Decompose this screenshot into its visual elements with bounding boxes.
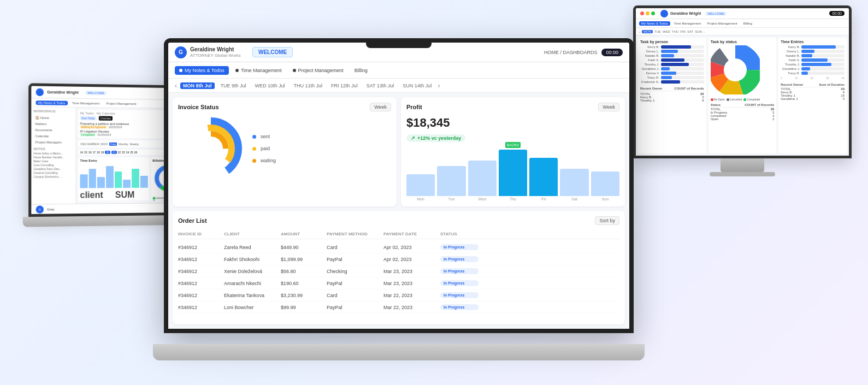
mon-status-table-header: Status COUNT of Records <box>711 103 775 108</box>
mon-nav-project[interactable]: Project Management <box>705 21 739 26</box>
mon-person-track <box>661 50 704 53</box>
sl-sidebar-home[interactable]: 🏠 Home <box>33 115 73 121</box>
sl-th-client: client <box>80 190 113 200</box>
mon-timer: 00:00 <box>829 11 845 16</box>
nav-billing[interactable]: Billing <box>350 66 372 75</box>
mon-person-bars: Kerry B. Donny L. Natalie <box>640 45 704 84</box>
nav-time[interactable]: Time Management <box>231 66 286 75</box>
mon-to-val: 5 <box>843 97 845 100</box>
order-table-body: #346912 Zarela Reed $449.90 Card Apr 02,… <box>178 241 619 313</box>
mon-cal-mon[interactable]: MON <box>642 30 653 33</box>
main-laptop: G Geraldine Wright ATTORNEY Global Works… <box>153 38 645 360</box>
mon-welcome-tab: WELCOME <box>705 11 727 16</box>
mon-nav-notes[interactable]: My Notes & Todos <box>639 21 670 26</box>
sl-completed-badge: Completed <box>80 133 96 137</box>
td-client: Ekaterina Tankova <box>224 293 279 298</box>
sl-nav-notes[interactable]: My Notes & Todos <box>36 100 68 105</box>
cal-prev[interactable]: ‹ <box>175 82 177 90</box>
mon-time-track <box>801 45 845 49</box>
mon-time-tracy: Tracy R. <box>781 72 845 75</box>
invoice-period[interactable]: Week <box>370 103 391 111</box>
mon-task-status-panel: Task by status Re-Open <box>708 38 777 153</box>
axis-30: 30 <box>826 76 829 80</box>
td-id: #346912 <box>178 293 222 298</box>
bar-thu-fill <box>499 150 527 196</box>
sl-waiting-badge: Waiting for Approval <box>80 125 107 128</box>
status-badge: In Progress <box>440 280 479 286</box>
cal-mon[interactable]: MON 8th Jul <box>180 82 215 89</box>
cal-fri[interactable]: FRI 12th Jul <box>328 82 361 89</box>
cal-tue[interactable]: TUE 9th Jul <box>218 82 249 89</box>
welcome-tab[interactable]: WELCOME <box>252 47 293 57</box>
td-id: #346912 <box>178 281 222 286</box>
cal-sun[interactable]: SUN 14th Jul <box>400 82 434 89</box>
bar-mon: Mon <box>406 174 435 201</box>
mon-person-track <box>661 72 704 75</box>
td-client: Fakhri Shokoohi <box>224 257 279 262</box>
charts-row: Invoice Status Week <box>173 97 625 206</box>
dashboard-main: Invoice Status Week <box>168 93 629 329</box>
sl-notes-label: NOTES <box>33 147 73 151</box>
mon-nav-billing[interactable]: Billing <box>741 21 754 26</box>
mon-cal-tue[interactable]: TUE <box>654 30 661 33</box>
cal-sat[interactable]: SAT 13th Jul <box>364 82 397 89</box>
nav-dot-2 <box>235 69 239 72</box>
profit-badge: ↗ +12% vc yesterday <box>406 134 465 142</box>
mon-status-legend-items: Re-Open Cancelled Completed <box>711 98 775 101</box>
mac-minimize-dot[interactable] <box>646 11 649 15</box>
td-date: Mar 22, 2023 <box>383 293 438 298</box>
td-method: PayPal <box>327 281 381 286</box>
mon-cal-thu[interactable]: THU <box>672 30 678 33</box>
mon-time-track <box>801 67 845 70</box>
sl-sidebar-matters[interactable]: Matters <box>33 121 73 127</box>
nav-project[interactable]: Project Management <box>288 66 348 75</box>
mon-time-name: Faith S. <box>781 58 800 62</box>
sl-nav-time[interactable]: Time Management <box>70 100 102 105</box>
sl-sidebar-projects[interactable]: Project Managers <box>33 139 73 145</box>
sort-by[interactable]: Sort by <box>595 216 619 225</box>
mon-cal-bar: ‹ MON TUE WED THU FRI SAT SUN › <box>636 28 849 35</box>
mon-cal-sat[interactable]: SAT <box>687 30 693 33</box>
mini-bar-1 <box>80 174 87 188</box>
mac-maximize-dot[interactable] <box>651 11 655 15</box>
bar-sat-label: Sat <box>571 197 577 201</box>
cal-wed[interactable]: WED 10th Jul <box>252 82 288 89</box>
mon-person-fill <box>661 58 684 62</box>
mon-cal-fri[interactable]: FRI <box>680 30 686 33</box>
mon-cal-wed[interactable]: WED <box>663 30 670 33</box>
sl-due-today[interactable]: Due Today <box>80 116 96 120</box>
td-id: #346912 <box>178 245 222 250</box>
legend-waiting: waiting <box>261 158 276 163</box>
status-badge: In Progress <box>440 304 479 310</box>
bar-sun: Sun <box>591 171 619 201</box>
mon-time-entries-title: Time Entries <box>781 40 845 44</box>
mon-st-count: COUNT of Records <box>745 103 774 106</box>
mon-person-geraldine: Geraldine J. <box>640 67 704 70</box>
mon-nav-time[interactable]: Time Management <box>672 21 704 26</box>
sl-nav-project[interactable]: Project Management <box>104 101 138 106</box>
sl-overdue[interactable]: Overdue <box>99 116 113 121</box>
mon-cal-arrow-right[interactable]: › <box>704 30 705 33</box>
sl-sidebar-docs[interactable]: Documents <box>33 127 73 133</box>
sl-sidebar-calendar[interactable]: Calendar <box>33 133 73 139</box>
sl-workspace-label: WORKSPACE <box>33 109 73 113</box>
table-row: #346912 Fakhri Shokoohi $1,099.99 PayPal… <box>178 253 619 265</box>
status-badge: In Progress <box>440 268 479 274</box>
mon-time-track <box>801 58 845 62</box>
mon-cal-sun[interactable]: SUN <box>695 30 702 33</box>
bar-mon-label: Mon <box>417 197 424 201</box>
sl-people-table: client SUM TOTAL 44 Barry Baker 9.00 <box>80 189 147 202</box>
cal-thu[interactable]: THU 11th Jul <box>291 82 326 89</box>
mon-time-name: Kerry B. <box>781 45 800 49</box>
mon-st-status: Status <box>711 103 721 106</box>
bar-tue-label: Tue <box>448 197 455 201</box>
status-badge: In Progress <box>440 256 479 262</box>
cal-next[interactable]: › <box>438 82 440 90</box>
nav-notes[interactable]: My Notes & Todos <box>175 66 229 75</box>
monitor-container: Geraldine Wright WELCOME 00:00 My Notes … <box>633 5 852 180</box>
mon-cal-arrow-left[interactable]: ‹ <box>639 30 640 33</box>
profit-period[interactable]: Week <box>598 103 619 111</box>
mon-time-fill <box>801 72 808 75</box>
mac-close-dot[interactable] <box>640 11 644 15</box>
table-row: #346912 Amarachi Nkechi $190.60 PayPal M… <box>178 277 619 289</box>
